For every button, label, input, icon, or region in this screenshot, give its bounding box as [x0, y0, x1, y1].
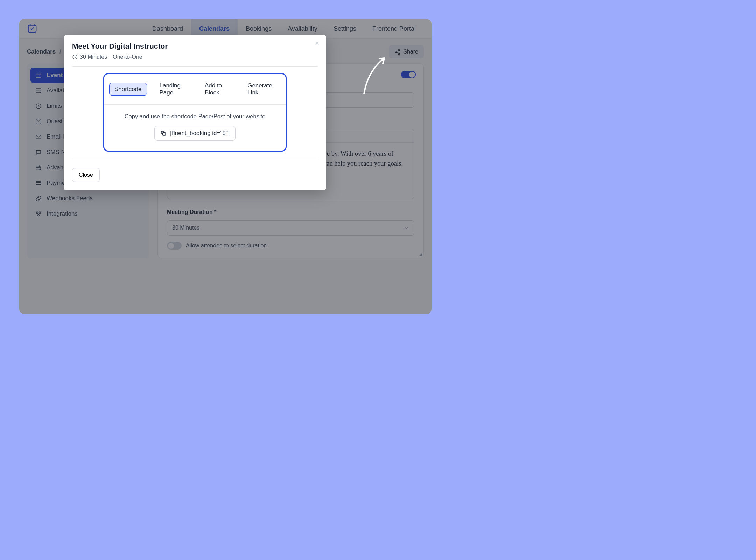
modal-type: One-to-One [113, 54, 142, 60]
clock-icon [72, 54, 78, 60]
modal-duration: 30 Minutes [80, 54, 107, 60]
tab-shortcode[interactable]: Shortcode [109, 83, 147, 96]
modal-title: Meet Your Digital Instructor [72, 42, 318, 50]
modal-close-footer-button[interactable]: Close [72, 168, 100, 182]
share-tabs: Shortcode Landing Page Add to Block Gene… [104, 74, 286, 105]
divider [72, 66, 318, 67]
shortcode-copy-chip[interactable]: [fluent_booking id="5"] [154, 126, 235, 141]
tab-generate-link[interactable]: Generate Link [243, 80, 281, 99]
share-tab-body: Copy and use the shortcode Page/Post of … [104, 105, 286, 150]
share-modal: Meet Your Digital Instructor 30 Minutes … [64, 35, 326, 190]
shortcode-value: [fluent_booking id="5"] [170, 130, 229, 137]
tab-add-to-block[interactable]: Add to Block [200, 80, 235, 99]
divider [72, 158, 318, 158]
tab-landing-page[interactable]: Landing Page [155, 80, 192, 99]
shortcode-instruction: Copy and use the shortcode Page/Post of … [110, 113, 280, 120]
copy-icon [160, 130, 167, 136]
share-tabs-frame: Shortcode Landing Page Add to Block Gene… [103, 73, 287, 152]
modal-close-button[interactable] [314, 41, 320, 46]
modal-subtitle: 30 Minutes One-to-One [72, 54, 318, 60]
